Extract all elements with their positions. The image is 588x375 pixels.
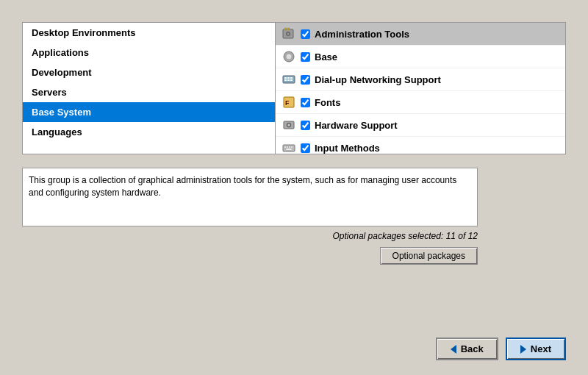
admin-tools-icon <box>282 26 296 41</box>
description-box: This group is a collection of graphical … <box>22 168 478 226</box>
optional-btn-row: Optional packages <box>22 247 478 265</box>
dialup-checkbox[interactable] <box>301 75 310 85</box>
package-item-fonts[interactable]: F Fonts <box>276 91 565 114</box>
svg-rect-21 <box>287 146 288 148</box>
category-panel: Desktop Environments Applications Develo… <box>22 22 276 154</box>
category-item-languages[interactable]: Languages <box>23 122 275 142</box>
svg-rect-19 <box>283 145 295 151</box>
next-button[interactable]: Next <box>506 338 566 360</box>
package-panel: Administration Tools Base <box>276 22 566 154</box>
base-label: Base <box>315 51 337 63</box>
svg-rect-9 <box>287 77 290 79</box>
base-icon <box>282 49 296 64</box>
dialup-label: Dial-up Networking Support <box>315 74 441 85</box>
dialup-icon <box>282 72 296 87</box>
back-arrow-icon <box>451 345 456 354</box>
input-methods-icon <box>282 140 296 154</box>
svg-point-4 <box>287 33 290 35</box>
svg-rect-23 <box>291 146 293 148</box>
description-area: This group is a collection of graphical … <box>22 168 566 265</box>
svg-rect-20 <box>284 146 286 148</box>
svg-point-6 <box>286 54 292 60</box>
hardware-support-label: Hardware Support <box>315 120 398 131</box>
svg-rect-11 <box>284 79 287 81</box>
svg-rect-10 <box>290 77 293 79</box>
main-container: Desktop Environments Applications Develo… <box>0 0 588 375</box>
back-label: Back <box>461 343 484 354</box>
category-item-base-system[interactable]: Base System <box>23 102 275 122</box>
svg-point-18 <box>288 124 290 126</box>
fonts-checkbox[interactable] <box>301 98 310 107</box>
fonts-label: Fonts <box>315 97 340 108</box>
back-button[interactable]: Back <box>436 338 498 360</box>
svg-rect-1 <box>284 28 287 30</box>
svg-rect-8 <box>284 77 287 79</box>
category-item-servers[interactable]: Servers <box>23 82 275 102</box>
optional-count: Optional packages selected: 11 of 12 <box>22 231 478 241</box>
next-label: Next <box>531 343 551 354</box>
package-item-hardware-support[interactable]: Hardware Support <box>276 114 565 137</box>
package-header[interactable]: Administration Tools <box>276 23 565 46</box>
hardware-support-checkbox[interactable] <box>301 121 310 130</box>
input-methods-label: Input Methods <box>315 143 380 154</box>
svg-rect-2 <box>287 28 290 30</box>
svg-rect-13 <box>290 79 293 81</box>
svg-rect-12 <box>287 79 290 81</box>
bottom-nav: Back Next <box>436 338 566 360</box>
hardware-support-icon <box>282 118 296 132</box>
admin-tools-checkbox[interactable] <box>301 29 310 39</box>
svg-rect-22 <box>289 146 290 148</box>
package-item-input-methods[interactable]: Input Methods <box>276 137 565 154</box>
category-item-desktop-environments[interactable]: Desktop Environments <box>23 23 275 43</box>
optional-packages-button[interactable]: Optional packages <box>380 247 478 265</box>
description-text: This group is a collection of graphical … <box>29 175 456 198</box>
package-item-base[interactable]: Base <box>276 46 565 68</box>
input-methods-checkbox[interactable] <box>301 143 310 153</box>
svg-text:F: F <box>285 99 290 107</box>
base-checkbox[interactable] <box>301 52 310 62</box>
category-item-development[interactable]: Development <box>23 63 275 82</box>
next-arrow-icon <box>520 345 526 354</box>
fonts-icon: F <box>282 95 296 110</box>
category-item-applications[interactable]: Applications <box>23 43 275 63</box>
package-item-dialup[interactable]: Dial-up Networking Support <box>276 68 565 91</box>
svg-rect-24 <box>286 149 292 150</box>
admin-tools-label: Administration Tools <box>315 29 409 40</box>
top-section: Desktop Environments Applications Develo… <box>22 22 566 154</box>
